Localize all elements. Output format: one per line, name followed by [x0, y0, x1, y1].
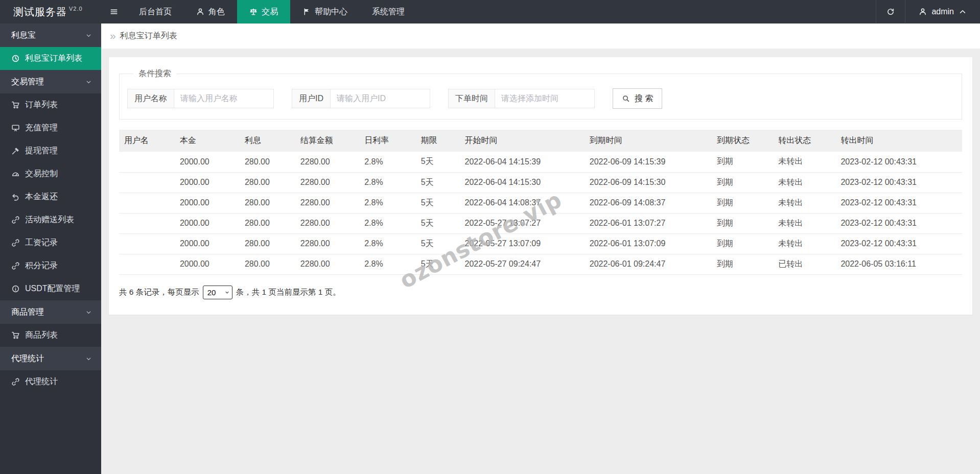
user-id-input[interactable]	[330, 89, 430, 108]
refresh-button[interactable]	[876, 0, 905, 23]
pagination-prefix: 共 6 条记录，每页显示	[119, 287, 199, 298]
table-header-row: 用户名本金利息结算金额日利率期限开始时间到期时间到期状态转出状态转出时间	[119, 130, 962, 152]
search-panel-legend: 条件搜索	[133, 68, 176, 79]
sidebar-item-label: 提现管理	[25, 146, 58, 156]
sidebar-item-principal-return[interactable]: 本金返还	[0, 185, 101, 208]
table-cell: 280.00	[240, 172, 295, 193]
table-cell: 5天	[416, 193, 460, 213]
person-icon	[196, 8, 204, 16]
order-time-input[interactable]	[495, 89, 595, 108]
table-cell	[119, 213, 175, 233]
sidebar-group-agent-stats[interactable]: 代理统计	[0, 347, 101, 370]
sidebar-item-agent-stats-item[interactable]: 代理统计	[0, 370, 101, 393]
table-cell: 2280.00	[295, 254, 359, 274]
chevron-down-icon	[85, 356, 92, 362]
table-cell: 2000.00	[175, 213, 240, 233]
table-cell: 2280.00	[295, 172, 359, 193]
sidebar-item-activity-gift-list[interactable]: 活动赠送列表	[0, 208, 101, 231]
search-field-order-time: 下单时间	[448, 89, 595, 108]
username-input[interactable]	[174, 89, 274, 108]
table-cell: 5天	[416, 254, 460, 274]
table-cell: 2000.00	[175, 152, 240, 172]
nav-item-help[interactable]: 帮助中心	[290, 0, 360, 23]
link-icon	[11, 262, 20, 270]
table-cell: 到期	[712, 233, 773, 254]
table-cell: 2.8%	[359, 152, 416, 172]
app-title-text: 测试服务器	[13, 5, 67, 19]
table-cell: 到期	[712, 152, 773, 172]
sidebar-item-label: 工资记录	[25, 238, 58, 248]
nav-item-label: 帮助中心	[315, 7, 347, 17]
table-cell: 未转出	[773, 152, 835, 172]
pagination: 共 6 条记录，每页显示 20 条，共 1 页当前显示第 1 页。	[119, 286, 962, 299]
table-cell: 2000.00	[175, 233, 240, 254]
table-cell: 5天	[416, 213, 460, 233]
table-cell: 未转出	[773, 172, 835, 193]
user-menu[interactable]: admin	[905, 0, 980, 23]
sidebar-item-label: 商品列表	[25, 330, 58, 341]
page-size-select[interactable]: 20	[203, 286, 232, 299]
search-field-label: 下单时间	[448, 89, 495, 108]
table-cell: 到期	[712, 172, 773, 193]
table-cell: 5天	[416, 172, 460, 193]
table-cell: 到期	[712, 254, 773, 274]
sidebar-group-label: 交易管理	[11, 77, 44, 87]
sidebar-item-label: 代理统计	[25, 376, 58, 387]
topbar-spacer	[417, 0, 876, 23]
orders-table: 用户名本金利息结算金额日利率期限开始时间到期时间到期状态转出状态转出时间2000…	[119, 130, 962, 275]
table-cell: 到期	[712, 193, 773, 213]
chevron-down-icon	[85, 32, 92, 39]
table-cell: 未转出	[773, 233, 835, 254]
search-panel: 条件搜索 用户名称用户ID下单时间 搜 索	[119, 68, 962, 120]
nav-item-home[interactable]: 后台首页	[127, 0, 184, 23]
cart-icon	[11, 331, 20, 340]
table-cell: 2.8%	[359, 213, 416, 233]
column-header: 用户名	[119, 130, 175, 152]
sidebar-item-recharge-mgmt[interactable]: 充值管理	[0, 116, 101, 139]
search-button[interactable]: 搜 索	[613, 88, 662, 109]
pagination-suffix: 条，共 1 页当前显示第 1 页。	[236, 287, 341, 298]
nav-item-role[interactable]: 角色	[184, 0, 237, 23]
table-cell: 2.8%	[359, 254, 416, 274]
page-size-select-wrap: 20	[203, 286, 232, 299]
topbar: 测试服务器V2.0 后台首页角色交易帮助中心系统管理 admin	[0, 0, 980, 23]
column-header: 结算金额	[295, 130, 359, 152]
cart-icon	[11, 101, 20, 109]
table-row: 2000.00280.002280.002.8%5天2022-06-04 14:…	[119, 193, 962, 213]
column-header: 到期时间	[585, 130, 712, 152]
sidebar-item-points-records[interactable]: 积分记录	[0, 254, 101, 277]
version-label: V2.0	[69, 6, 83, 12]
sidebar-group-lixibao[interactable]: 利息宝	[0, 23, 101, 47]
content-card: 条件搜索 用户名称用户ID下单时间 搜 索 用户名本金利息结算金额日利率期限开始…	[109, 57, 972, 315]
sidebar: 利息宝利息宝订单列表交易管理订单列表充值管理提现管理交易控制本金返还活动赠送列表…	[0, 23, 101, 474]
sidebar-item-trade-control[interactable]: 交易控制	[0, 162, 101, 185]
table-cell: 2023-02-12 00:43:31	[835, 172, 962, 193]
info-icon	[11, 285, 20, 293]
search-field-username: 用户名称	[127, 89, 274, 108]
chevron-down-icon	[85, 79, 92, 85]
search-row: 用户名称用户ID下单时间 搜 索	[127, 88, 954, 109]
table-row: 2000.00280.002280.002.8%5天2022-05-27 13:…	[119, 213, 962, 233]
search-field-label: 用户ID	[292, 89, 330, 108]
sidebar-toggle-button[interactable]	[101, 0, 127, 23]
sidebar-item-lixibao-orders[interactable]: 利息宝订单列表	[0, 47, 101, 70]
table-cell: 2000.00	[175, 172, 240, 193]
sidebar-item-label: 充值管理	[25, 123, 58, 133]
table-row: 2000.00280.002280.002.8%5天2022-05-27 09:…	[119, 254, 962, 274]
nav-item-trade[interactable]: 交易	[237, 0, 290, 23]
user-name: admin	[931, 7, 954, 16]
sidebar-group-trade-mgmt[interactable]: 交易管理	[0, 70, 101, 93]
hamburger-icon	[109, 7, 119, 16]
sidebar-item-goods-list[interactable]: 商品列表	[0, 324, 101, 347]
double-chevron-icon: »	[110, 30, 116, 41]
link-icon	[11, 239, 20, 247]
sidebar-item-usdt-config[interactable]: USDT配置管理	[0, 277, 101, 300]
sidebar-item-salary-records[interactable]: 工资记录	[0, 231, 101, 254]
sidebar-group-goods-mgmt[interactable]: 商品管理	[0, 300, 101, 324]
column-header: 利息	[240, 130, 295, 152]
nav-item-system[interactable]: 系统管理	[360, 0, 417, 23]
sidebar-item-order-list[interactable]: 订单列表	[0, 93, 101, 116]
sidebar-item-withdraw-mgmt[interactable]: 提现管理	[0, 139, 101, 162]
breadcrumb: » 利息宝订单列表	[101, 23, 980, 49]
gauge-icon	[11, 170, 20, 178]
